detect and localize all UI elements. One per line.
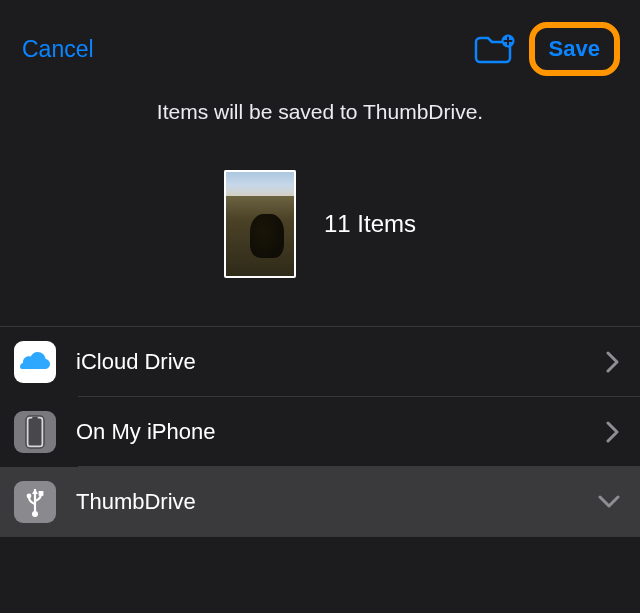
new-folder-button[interactable] bbox=[473, 33, 515, 65]
svg-rect-6 bbox=[39, 491, 44, 496]
svg-rect-2 bbox=[29, 419, 42, 446]
save-destination-subtitle: Items will be saved to ThumbDrive. bbox=[0, 100, 640, 124]
location-label: ThumbDrive bbox=[76, 489, 598, 515]
preview-section: 11 Items bbox=[0, 170, 640, 278]
item-count-label: 11 Items bbox=[324, 210, 416, 238]
svg-point-4 bbox=[32, 511, 38, 517]
save-button[interactable]: Save bbox=[537, 30, 612, 68]
location-thumbdrive[interactable]: ThumbDrive bbox=[0, 467, 640, 537]
save-highlight-ring: Save bbox=[529, 22, 620, 76]
location-label: iCloud Drive bbox=[76, 349, 606, 375]
svg-point-5 bbox=[27, 494, 32, 499]
chevron-right-icon bbox=[606, 421, 620, 443]
item-thumbnail bbox=[224, 170, 296, 278]
usb-icon bbox=[14, 481, 56, 523]
location-label: On My iPhone bbox=[76, 419, 606, 445]
cancel-button[interactable]: Cancel bbox=[22, 36, 94, 63]
iphone-icon bbox=[14, 411, 56, 453]
svg-rect-3 bbox=[32, 417, 38, 419]
header-bar: Cancel Save bbox=[0, 0, 640, 96]
chevron-down-icon bbox=[598, 495, 620, 509]
location-on-my-iphone[interactable]: On My iPhone bbox=[0, 397, 640, 467]
chevron-right-icon bbox=[606, 351, 620, 373]
location-list: iCloud Drive On My iPhone bbox=[0, 326, 640, 537]
icloud-icon bbox=[14, 341, 56, 383]
header-actions: Save bbox=[473, 22, 620, 76]
location-icloud-drive[interactable]: iCloud Drive bbox=[0, 327, 640, 397]
new-folder-icon bbox=[473, 33, 515, 65]
